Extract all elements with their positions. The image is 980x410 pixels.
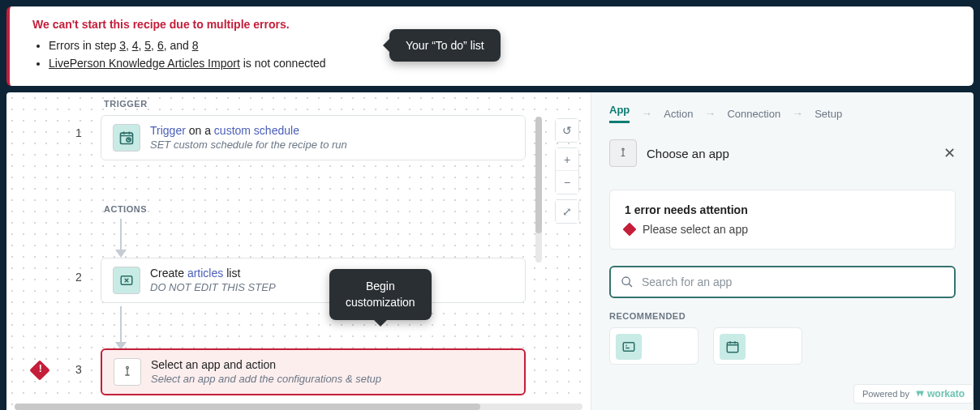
connector-arrow xyxy=(115,250,127,258)
step-title: Trigger on a custom schedule xyxy=(150,124,514,137)
section-label-trigger: TRIGGER xyxy=(104,99,148,109)
variable-icon xyxy=(113,267,140,294)
svg-point-3 xyxy=(127,366,129,369)
fit-view-button[interactable]: ⤢ xyxy=(556,200,578,223)
workato-logo: workato xyxy=(914,388,965,399)
step-trigger[interactable]: Trigger on a custom schedule SET custom … xyxy=(101,115,526,160)
attention-item: Please select an app xyxy=(625,223,940,236)
step-number: 2 xyxy=(75,271,82,284)
app-search[interactable] xyxy=(609,266,956,298)
tab-connection[interactable]: Connection xyxy=(727,108,780,120)
tab-action[interactable]: Action xyxy=(664,108,693,120)
scheduler-icon xyxy=(113,124,140,152)
recipe-canvas[interactable]: TRIGGER 1 Trigger on a custom schedule S… xyxy=(6,92,591,410)
zoom-out-button[interactable]: − xyxy=(556,171,578,194)
svg-rect-6 xyxy=(623,343,634,352)
attention-title: 1 error needs attention xyxy=(625,203,940,216)
callout-begin: Begin customization xyxy=(329,269,432,320)
connector-line xyxy=(120,219,122,251)
search-icon xyxy=(621,275,634,288)
recommended-app-item[interactable] xyxy=(713,327,802,365)
tab-setup[interactable]: Setup xyxy=(815,108,842,120)
chevron-right-icon: → xyxy=(641,107,652,120)
step-subtitle: Select an app and add the configurations… xyxy=(151,373,513,385)
chevron-right-icon: → xyxy=(792,107,803,120)
chevron-right-icon: → xyxy=(704,107,716,120)
choose-app-header: Choose an app ✕ xyxy=(591,131,974,178)
svg-point-4 xyxy=(622,148,624,150)
error-list: Errors in step 3, 4, 5, 6, and 8 LivePer… xyxy=(49,39,957,70)
config-panel: App → Action → Connection → Setup Choose… xyxy=(591,92,974,410)
config-tabs: App → Action → Connection → Setup xyxy=(591,92,974,131)
app-icon xyxy=(616,334,642,360)
recommended-app-item[interactable] xyxy=(609,327,698,365)
step-subtitle: SET custom schedule for the recipe to ru… xyxy=(150,139,514,151)
choose-app-label: Choose an app xyxy=(647,147,729,160)
zoom-in-button[interactable]: + xyxy=(556,148,578,171)
step-create-list[interactable]: Create articles list DO NOT EDIT THIS ST… xyxy=(101,258,526,303)
error-list-item: Errors in step 3, 4, 5, 6, and 8 xyxy=(49,39,957,52)
app-placeholder-icon xyxy=(114,358,141,386)
app-placeholder-icon xyxy=(609,139,637,167)
error-step-link[interactable]: 6 xyxy=(157,39,164,52)
step-title: Select an app and action xyxy=(151,358,513,371)
error-step-link[interactable]: 3 xyxy=(119,39,126,52)
error-list-item: LivePerson Knowledge Articles Import is … xyxy=(49,57,957,70)
app-icon xyxy=(720,334,746,360)
attention-box: 1 error needs attention Please select an… xyxy=(609,190,956,250)
step-number: 3 xyxy=(75,363,82,376)
recommended-label: RECOMMENDED xyxy=(609,311,956,321)
canvas-vertical-scrollbar[interactable] xyxy=(535,117,542,263)
tab-app[interactable]: App xyxy=(609,104,630,123)
step-number: 1 xyxy=(75,126,82,139)
search-input[interactable] xyxy=(642,275,944,288)
error-diamond-icon xyxy=(29,360,49,380)
error-diamond-icon xyxy=(623,223,637,237)
recommended-apps xyxy=(609,327,956,365)
svg-point-5 xyxy=(622,277,630,284)
error-step-link[interactable]: 8 xyxy=(192,39,199,52)
canvas-controls: ↺ + − ⤢ xyxy=(555,118,579,224)
error-connection-link[interactable]: LivePerson Knowledge Articles Import xyxy=(49,57,240,70)
callout-todo: Your “To do” list xyxy=(389,29,501,62)
connector-line xyxy=(120,306,122,344)
powered-by-badge: Powered by workato xyxy=(853,384,974,404)
step-select-app[interactable]: Select an app and action Select an app a… xyxy=(101,348,526,395)
svg-rect-7 xyxy=(727,343,738,352)
canvas-horizontal-scrollbar[interactable] xyxy=(15,404,582,410)
section-label-actions: ACTIONS xyxy=(104,204,147,214)
error-step-link[interactable]: 5 xyxy=(144,39,151,52)
error-step-link[interactable]: 4 xyxy=(132,39,139,52)
undo-button[interactable]: ↺ xyxy=(556,119,578,142)
close-icon[interactable]: ✕ xyxy=(943,144,956,162)
